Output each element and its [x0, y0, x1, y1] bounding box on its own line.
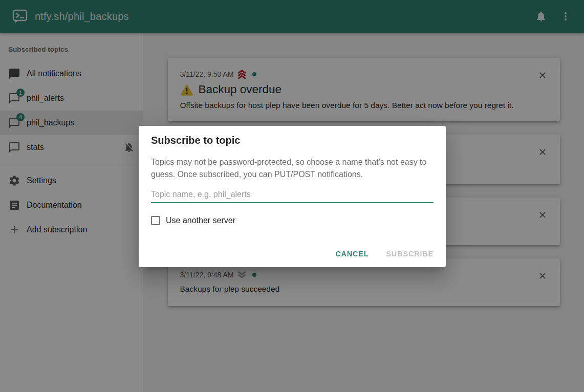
use-another-server-row[interactable]: Use another server [151, 216, 434, 225]
cancel-button[interactable]: CANCEL [327, 245, 377, 263]
checkbox-label: Use another server [166, 216, 235, 225]
dialog-actions: CANCEL SUBSCRIBE [139, 241, 446, 267]
dialog-title: Subscribe to topic [139, 126, 446, 146]
use-another-server-checkbox[interactable] [151, 216, 160, 225]
dialog-description: Topics may not be password-protected, so… [151, 156, 434, 181]
subscribe-to-topic-dialog: Subscribe to topic Topics may not be pas… [139, 126, 446, 267]
topic-name-input[interactable] [151, 188, 434, 203]
subscribe-button[interactable]: SUBSCRIBE [378, 245, 442, 263]
